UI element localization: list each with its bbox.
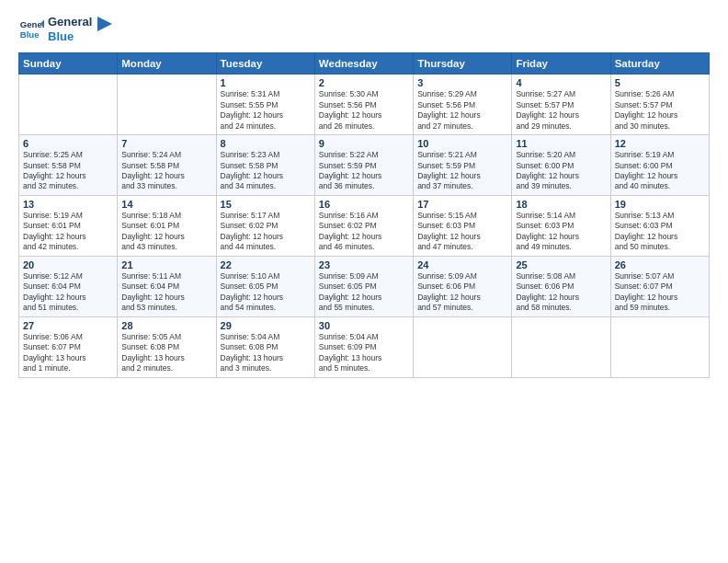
week-row-4: 20Sunrise: 5:12 AM Sunset: 6:04 PM Dayli… [19,256,710,316]
day-number-18: 18 [516,199,606,210]
day-info-17: Sunrise: 5:15 AM Sunset: 6:03 PM Dayligh… [417,211,507,253]
day-info-29: Sunrise: 5:04 AM Sunset: 6:08 PM Dayligh… [221,332,311,374]
day-info-4: Sunrise: 5:27 AM Sunset: 5:57 PM Dayligh… [516,89,606,132]
header-sunday: Sunday [19,53,118,75]
day-cell-2: 1Sunrise: 5:31 AM Sunset: 5:55 PM Daylig… [216,75,314,135]
day-info-23: Sunrise: 5:09 AM Sunset: 6:05 PM Dayligh… [319,271,409,314]
day-number-16: 16 [319,199,409,210]
day-info-1: Sunrise: 5:31 AM Sunset: 5:55 PM Dayligh… [221,89,311,132]
header-saturday: Saturday [610,53,709,75]
day-number-17: 17 [417,199,507,210]
day-info-16: Sunrise: 5:16 AM Sunset: 6:02 PM Dayligh… [319,211,409,253]
day-cell-23: 22Sunrise: 5:10 AM Sunset: 6:05 PM Dayli… [216,256,314,316]
day-cell-20: 19Sunrise: 5:13 AM Sunset: 6:03 PM Dayli… [610,195,709,256]
day-info-2: Sunrise: 5:30 AM Sunset: 5:56 PM Dayligh… [319,89,409,132]
day-number-13: 13 [23,199,113,210]
day-number-19: 19 [615,199,705,210]
day-cell-17: 16Sunrise: 5:16 AM Sunset: 6:02 PM Dayli… [314,195,413,256]
day-cell-27: 26Sunrise: 5:07 AM Sunset: 6:07 PM Dayli… [610,256,709,316]
svg-text:Blue: Blue [20,29,40,39]
day-cell-6: 5Sunrise: 5:26 AM Sunset: 5:57 PM Daylig… [610,75,709,135]
day-number-24: 24 [417,259,507,270]
day-cell-10: 9Sunrise: 5:22 AM Sunset: 5:59 PM Daylig… [314,135,413,196]
logo: General Blue General Blue [18,15,112,43]
day-info-11: Sunrise: 5:20 AM Sunset: 6:00 PM Dayligh… [516,150,606,192]
logo-text-blue: Blue [48,29,92,44]
day-info-21: Sunrise: 5:11 AM Sunset: 6:04 PM Dayligh… [121,271,211,314]
day-info-14: Sunrise: 5:18 AM Sunset: 6:01 PM Dayligh… [121,211,211,253]
day-info-19: Sunrise: 5:13 AM Sunset: 6:03 PM Dayligh… [615,211,705,253]
day-info-30: Sunrise: 5:04 AM Sunset: 6:09 PM Dayligh… [319,332,409,374]
day-number-8: 8 [221,138,311,149]
svg-marker-3 [97,17,112,31]
day-number-12: 12 [615,138,705,149]
day-cell-9: 8Sunrise: 5:23 AM Sunset: 5:58 PM Daylig… [216,135,314,196]
day-cell-15: 14Sunrise: 5:18 AM Sunset: 6:01 PM Dayli… [118,195,216,256]
day-cell-28: 27Sunrise: 5:06 AM Sunset: 6:07 PM Dayli… [19,316,118,377]
day-number-1: 1 [221,77,311,88]
day-number-10: 10 [417,138,507,149]
day-info-12: Sunrise: 5:19 AM Sunset: 6:00 PM Dayligh… [615,150,705,192]
day-info-27: Sunrise: 5:06 AM Sunset: 6:07 PM Dayligh… [23,332,113,374]
day-number-23: 23 [319,259,409,270]
day-info-18: Sunrise: 5:14 AM Sunset: 6:03 PM Dayligh… [516,211,606,253]
day-cell-21: 20Sunrise: 5:12 AM Sunset: 6:04 PM Dayli… [19,256,118,316]
day-cell-13: 12Sunrise: 5:19 AM Sunset: 6:00 PM Dayli… [610,135,709,196]
day-number-5: 5 [615,77,705,88]
day-cell-12: 11Sunrise: 5:20 AM Sunset: 6:00 PM Dayli… [512,135,610,196]
day-cell-24: 23Sunrise: 5:09 AM Sunset: 6:05 PM Dayli… [314,256,413,316]
week-row-3: 13Sunrise: 5:19 AM Sunset: 6:01 PM Dayli… [19,195,710,256]
day-info-10: Sunrise: 5:21 AM Sunset: 5:59 PM Dayligh… [417,150,507,192]
day-cell-4: 3Sunrise: 5:29 AM Sunset: 5:56 PM Daylig… [414,75,512,135]
day-info-22: Sunrise: 5:10 AM Sunset: 6:05 PM Dayligh… [221,271,311,314]
day-number-11: 11 [516,138,606,149]
calendar-table: Sunday Monday Tuesday Wednesday Thursday… [18,52,710,377]
week-row-1: 1Sunrise: 5:31 AM Sunset: 5:55 PM Daylig… [19,75,710,135]
header-thursday: Thursday [414,53,512,75]
week-row-5: 27Sunrise: 5:06 AM Sunset: 6:07 PM Dayli… [19,316,710,377]
day-cell-18: 17Sunrise: 5:15 AM Sunset: 6:03 PM Dayli… [414,195,512,256]
day-cell-14: 13Sunrise: 5:19 AM Sunset: 6:01 PM Dayli… [19,195,118,256]
day-info-25: Sunrise: 5:08 AM Sunset: 6:06 PM Dayligh… [516,271,606,314]
day-number-20: 20 [23,259,113,270]
day-cell-11: 10Sunrise: 5:21 AM Sunset: 5:59 PM Dayli… [414,135,512,196]
day-number-9: 9 [319,138,409,149]
day-cell-16: 15Sunrise: 5:17 AM Sunset: 6:02 PM Dayli… [216,195,314,256]
header: General Blue General Blue [18,15,710,43]
day-info-13: Sunrise: 5:19 AM Sunset: 6:01 PM Dayligh… [23,211,113,253]
logo-text-general: General [48,15,92,29]
day-cell-1 [118,75,216,135]
day-number-29: 29 [221,320,311,331]
day-number-28: 28 [121,320,211,331]
day-info-7: Sunrise: 5:24 AM Sunset: 5:58 PM Dayligh… [121,150,211,192]
day-cell-33 [512,316,610,377]
day-cell-19: 18Sunrise: 5:14 AM Sunset: 6:03 PM Dayli… [512,195,610,256]
day-cell-30: 29Sunrise: 5:04 AM Sunset: 6:08 PM Dayli… [216,316,314,377]
day-number-25: 25 [516,259,606,270]
day-cell-8: 7Sunrise: 5:24 AM Sunset: 5:58 PM Daylig… [118,135,216,196]
day-info-6: Sunrise: 5:25 AM Sunset: 5:58 PM Dayligh… [23,150,113,192]
day-number-15: 15 [221,199,311,210]
weekday-header-row: Sunday Monday Tuesday Wednesday Thursday… [19,53,710,75]
svg-text:General: General [20,19,44,29]
day-cell-34 [610,316,709,377]
header-tuesday: Tuesday [216,53,314,75]
day-info-20: Sunrise: 5:12 AM Sunset: 6:04 PM Dayligh… [23,271,113,314]
day-number-27: 27 [23,320,113,331]
day-cell-32 [414,316,512,377]
day-info-28: Sunrise: 5:05 AM Sunset: 6:08 PM Dayligh… [121,332,211,374]
day-cell-0 [19,75,118,135]
day-number-3: 3 [417,77,507,88]
day-cell-3: 2Sunrise: 5:30 AM Sunset: 5:56 PM Daylig… [314,75,413,135]
day-number-22: 22 [221,259,311,270]
day-info-24: Sunrise: 5:09 AM Sunset: 6:06 PM Dayligh… [417,271,507,314]
day-info-5: Sunrise: 5:26 AM Sunset: 5:57 PM Dayligh… [615,89,705,132]
day-number-4: 4 [516,77,606,88]
week-row-2: 6Sunrise: 5:25 AM Sunset: 5:58 PM Daylig… [19,135,710,196]
day-number-6: 6 [23,138,113,149]
day-number-30: 30 [319,320,409,331]
day-cell-22: 21Sunrise: 5:11 AM Sunset: 6:04 PM Dayli… [118,256,216,316]
day-number-2: 2 [319,77,409,88]
day-cell-29: 28Sunrise: 5:05 AM Sunset: 6:08 PM Dayli… [118,316,216,377]
day-info-15: Sunrise: 5:17 AM Sunset: 6:02 PM Dayligh… [221,211,311,253]
